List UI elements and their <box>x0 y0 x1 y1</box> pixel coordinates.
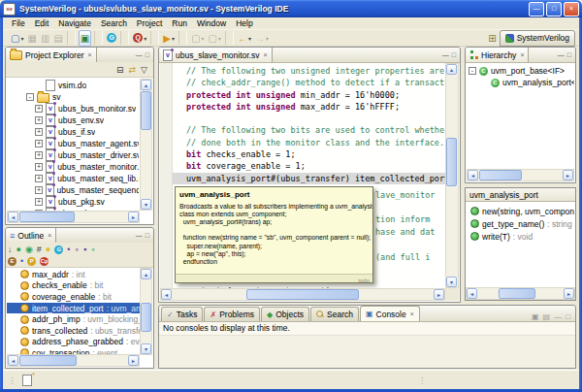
dropdown-arrow-icon[interactable]: ▾ <box>248 35 251 42</box>
dropdown-arrow-icon[interactable]: ▾ <box>266 35 269 42</box>
minimize-button[interactable]: — <box>529 2 544 16</box>
close-button[interactable]: × <box>564 2 579 16</box>
filter-green-dot-icon[interactable]: ● <box>16 245 21 254</box>
maximize-view-icon[interactable]: □ <box>146 51 149 58</box>
expand-box-icon[interactable]: + <box>35 175 43 182</box>
filter-covergroup-icon[interactable]: Cp <box>40 257 48 266</box>
tree-item[interactable]: +vubus_pkg.sv <box>9 196 139 208</box>
hierarchy-horizontal-scrollbar[interactable]: ◂▸ <box>467 169 574 181</box>
tree-item[interactable]: +vubus_bus_monitor.sv <box>9 103 139 114</box>
menu-edit[interactable]: Edit <box>30 18 54 28</box>
titlebar[interactable]: sv SystemVerilog - ubus/sv/ubus_slave_mo… <box>0 0 582 17</box>
tab-problems[interactable]: ✗Problems <box>204 307 260 321</box>
minimize-view-icon[interactable]: — <box>558 51 565 58</box>
maximize-view-icon[interactable]: □ <box>452 51 456 58</box>
expand-box-icon[interactable]: + <box>35 116 43 124</box>
expand-box-icon[interactable]: + <box>35 128 43 136</box>
filter-generate-icon[interactable]: G <box>54 245 63 254</box>
scroll-down-icon[interactable]: ▾ <box>141 343 151 354</box>
sort-icon[interactable]: ↓ <box>8 245 13 254</box>
new-wizard-button[interactable]: ▢▾ <box>10 31 24 46</box>
scrollbar-thumb[interactable] <box>141 303 151 332</box>
project-vertical-scrollbar[interactable]: ▴▾ <box>140 79 152 211</box>
scroll-up-icon[interactable]: ▴ <box>141 269 151 279</box>
console-toolbar-icon[interactable]: ▣ <box>532 312 539 321</box>
outline-horizontal-scrollbar[interactable]: ◂▸ <box>7 354 140 367</box>
console-toolbar-icon[interactable]: ▤ <box>543 312 551 321</box>
menu-project[interactable]: Project <box>132 18 167 28</box>
menu-run[interactable]: Run <box>167 18 192 28</box>
tab-search[interactable]: Search <box>310 307 359 321</box>
minimize-view-icon[interactable]: — <box>442 51 449 58</box>
dropdown-arrow-icon[interactable]: ▾ <box>218 35 221 42</box>
global-check-button[interactable]: G <box>106 31 117 46</box>
scroll-left-icon[interactable]: ◂ <box>161 289 172 300</box>
scrollbar-thumb[interactable] <box>19 212 75 222</box>
outline-item[interactable]: coverage_enable : bit <box>7 291 140 303</box>
scroll-right-icon[interactable]: ▸ <box>128 212 139 222</box>
member-item[interactable]: write(T): void <box>467 230 574 243</box>
scrollbar-thumb[interactable] <box>479 170 522 180</box>
tab-console[interactable]: ▣Console× <box>360 306 420 321</box>
filter-enum-icon[interactable]: E <box>8 257 16 266</box>
outline-item[interactable]: address_phase_grabbed : event <box>7 337 140 348</box>
expand-box-icon[interactable]: + <box>35 186 43 194</box>
compile-button[interactable]: ▣ <box>79 30 91 47</box>
scroll-up-icon[interactable]: ▴ <box>141 80 151 90</box>
code-line[interactable] <box>173 113 445 124</box>
tree-item[interactable]: +vubus_master_monitor.sv <box>9 161 139 173</box>
code-line-highlighted[interactable]: uvm_analysis_port#(ubus_transfer) item_c… <box>173 173 445 184</box>
outline-item[interactable]: addr_ph_imp : uvm_blocking_peek <box>7 313 140 325</box>
expand-box-icon[interactable]: + <box>35 163 43 171</box>
outline-item[interactable]: checks_enable : bit <box>7 280 140 292</box>
filter-instance-icon[interactable]: ▪ <box>83 245 86 254</box>
outline-item[interactable]: trans_collected : ubus_transfer <box>7 325 140 337</box>
scroll-up-icon[interactable]: ▴ <box>446 64 457 75</box>
menu-window[interactable]: Window <box>192 18 231 28</box>
minimize-view-icon[interactable]: — <box>136 232 143 239</box>
scrollbar-thumb[interactable] <box>499 288 535 299</box>
filter-task-icon[interactable]: ∘ <box>90 245 96 254</box>
minimize-view-icon[interactable]: — <box>554 312 562 321</box>
scrollbar-thumb[interactable] <box>446 138 457 187</box>
tab-project-explorer[interactable]: Project Explorer × <box>6 48 97 62</box>
tree-item[interactable]: +vubus_master_agent.sv <box>9 138 139 149</box>
tab-editor-ubus-slave-monitor[interactable]: v ubus_slave_monitor.sv × <box>159 48 273 62</box>
code-line[interactable]: bit checks_enable = 1; <box>173 148 445 160</box>
scroll-left-icon[interactable]: ◂ <box>8 212 18 222</box>
expand-box-icon[interactable]: + <box>35 105 43 113</box>
tree-item[interactable]: -sv <box>9 91 139 103</box>
scroll-right-icon[interactable]: ▸ <box>563 170 573 180</box>
scroll-down-icon[interactable]: ▾ <box>446 277 457 287</box>
editor-horizontal-scrollbar[interactable]: ◂▸ <box>160 288 445 301</box>
outline-item[interactable]: max_addr : int <box>7 269 140 280</box>
code-area[interactable]: // The following two unsigned integer pr… <box>173 63 445 288</box>
tree-item[interactable]: +vubus_master_driver.sv <box>9 149 139 161</box>
code-line[interactable]: // check_addr_range() method to detect i… <box>173 77 445 88</box>
tree-item[interactable]: +vubus_master_sequencer.sv <box>9 184 139 196</box>
scroll-right-icon[interactable]: ▸ <box>434 289 444 300</box>
close-icon[interactable]: × <box>410 310 414 317</box>
code-line[interactable]: // done both in the monitor class and th… <box>173 137 445 148</box>
tree-item[interactable]: +vubus_env.sv <box>9 114 139 126</box>
run-button[interactable]: ▶▾ <box>162 31 176 46</box>
tab-objects[interactable]: ◆Objects <box>261 307 309 321</box>
close-icon[interactable]: × <box>87 51 91 58</box>
code-line[interactable]: protected int unsigned min_addr = 16'h00… <box>173 89 445 101</box>
expand-box-icon[interactable]: + <box>35 198 43 206</box>
code-line[interactable]: protected int unsigned max_addr = 16'hFF… <box>173 101 445 113</box>
perspective-systemverilog-button[interactable]: SystemVerilog <box>500 30 575 47</box>
dropdown-arrow-icon[interactable]: ▾ <box>172 35 175 42</box>
scrollbar-thumb[interactable] <box>141 91 151 130</box>
close-icon[interactable]: × <box>263 51 267 58</box>
maximize-view-icon[interactable]: □ <box>567 51 571 58</box>
member-item[interactable]: new(string, uvm_component) <box>467 205 574 217</box>
menu-file[interactable]: File <box>7 18 30 28</box>
collapse-all-icon[interactable]: ⊟ <box>116 65 124 75</box>
code-line[interactable]: bit coverage_enable = 1; <box>173 160 445 172</box>
dropdown-arrow-icon[interactable]: ▾ <box>144 35 146 42</box>
editor-vertical-scrollbar[interactable]: ▴▾ <box>445 63 459 288</box>
filter-param-icon[interactable]: P <box>27 257 36 266</box>
link-editor-icon[interactable]: ⇄ <box>129 65 137 75</box>
simulate-button[interactable]: Q▾ <box>132 31 147 46</box>
